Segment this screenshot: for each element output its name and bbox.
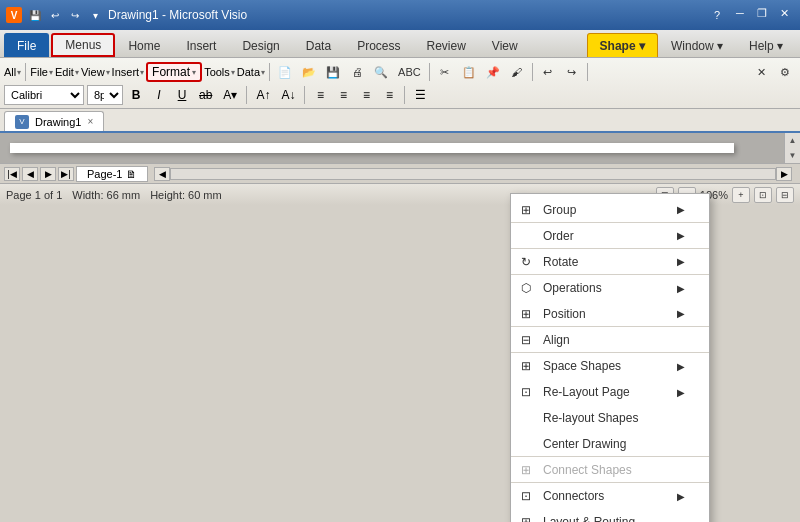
font-color-dropdown-btn[interactable]: A▾	[219, 85, 241, 105]
print-btn[interactable]: 🖨	[346, 61, 368, 83]
format-dropdown[interactable]: Format▾	[146, 62, 202, 82]
view-mode-btn[interactable]: ⊟	[776, 187, 794, 203]
zoom-in-btn[interactable]: +	[732, 187, 750, 203]
tab-window[interactable]: Window ▾	[658, 33, 736, 57]
all-dropdown[interactable]: All▾	[4, 66, 21, 78]
save-btn[interactable]: 💾	[322, 61, 344, 83]
menu-item-operations[interactable]: ⬡ Operations ▶	[511, 275, 709, 301]
window-controls: ? ─ ❐ ✕	[706, 4, 794, 26]
view-dropdown[interactable]: View▾	[81, 66, 110, 78]
page-tab-1[interactable]: Page-1 🗎	[76, 166, 148, 182]
italic-btn[interactable]: I	[149, 85, 169, 105]
tools-dropdown[interactable]: Tools▾	[204, 66, 235, 78]
scroll-h-track[interactable]	[170, 168, 776, 180]
tab-help[interactable]: Help ▾	[736, 33, 796, 57]
tab-home[interactable]: Home	[115, 33, 173, 57]
menu-item-rotate[interactable]: ↻ Rotate ▶	[511, 249, 709, 275]
tab-file[interactable]: File	[4, 33, 49, 57]
menu-item-group[interactable]: ⊞ Group ▶	[511, 197, 709, 223]
scroll-down-btn[interactable]: ▼	[786, 148, 800, 163]
edit-dropdown[interactable]: Edit▾	[55, 66, 79, 78]
relayout-page-icon: ⊡	[517, 383, 535, 401]
bold-btn[interactable]: B	[126, 85, 146, 105]
format-painter-btn[interactable]: 🖌	[506, 61, 528, 83]
spellcheck-btn[interactable]: ABC	[394, 61, 425, 83]
operations-arrow: ▶	[677, 283, 685, 294]
font-size-select[interactable]: 8pt	[87, 85, 123, 105]
menu-item-order[interactable]: Order ▶	[511, 223, 709, 249]
tab-shape[interactable]: Shape ▾	[587, 33, 658, 57]
bullets-btn[interactable]: ☰	[410, 85, 430, 105]
doc-tab-close-btn[interactable]: ×	[87, 116, 93, 127]
menu-item-align[interactable]: ⊟ Align	[511, 327, 709, 353]
scroll-up-btn[interactable]: ▲	[786, 133, 800, 148]
menu-item-position[interactable]: ⊞ Position ▶	[511, 301, 709, 327]
canvas-area[interactable]	[0, 133, 784, 163]
data-dropdown[interactable]: Data▾	[237, 66, 265, 78]
justify-btn[interactable]: ≡	[379, 85, 399, 105]
paste-btn[interactable]: 📌	[482, 61, 504, 83]
menu-item-connectors[interactable]: ⊡ Connectors ▶	[511, 483, 709, 509]
tab-process[interactable]: Process	[344, 33, 413, 57]
strikethrough-btn[interactable]: ab	[195, 85, 216, 105]
menu-item-layout-routing[interactable]: ⊞ Layout & Routing...	[511, 509, 709, 522]
order-icon	[517, 227, 535, 245]
align-icon: ⊟	[517, 331, 535, 349]
new-btn[interactable]: 📄	[274, 61, 296, 83]
menu-item-relayout-shapes[interactable]: Re-layout Shapes	[511, 405, 709, 431]
relayout-shapes-icon	[517, 409, 535, 427]
page-next-btn[interactable]: ▶	[40, 167, 56, 181]
decrease-font-btn[interactable]: A↓	[277, 85, 299, 105]
qa-save-btn[interactable]: 💾	[26, 6, 44, 24]
open-btn[interactable]: 📂	[298, 61, 320, 83]
restore-btn[interactable]: ❐	[752, 4, 772, 22]
tab-menus[interactable]: Menus	[51, 33, 115, 57]
page-last-btn[interactable]: ▶|	[58, 167, 74, 181]
tab-data[interactable]: Data	[293, 33, 344, 57]
doc-tab-drawing1[interactable]: V Drawing1 ×	[4, 111, 104, 131]
tab-insert[interactable]: Insert	[173, 33, 229, 57]
qa-undo-btn[interactable]: ↩	[46, 6, 64, 24]
align-right-btn[interactable]: ≡	[356, 85, 376, 105]
horizontal-scrollbar[interactable]: ◀ ▶	[154, 167, 792, 181]
close-doc-btn[interactable]: ✕	[750, 61, 772, 83]
extra1-btn[interactable]: ⚙	[774, 61, 796, 83]
sep5	[587, 63, 588, 81]
increase-font-btn[interactable]: A↑	[252, 85, 274, 105]
undo-btn[interactable]: ↩	[537, 61, 559, 83]
tab-review[interactable]: Review	[413, 33, 478, 57]
help-btn[interactable]: ?	[706, 4, 728, 26]
page-first-btn[interactable]: |◀	[4, 167, 20, 181]
menu-item-relayout-page[interactable]: ⊡ Re-Layout Page ▶	[511, 379, 709, 405]
cut-btn[interactable]: ✂	[434, 61, 456, 83]
qa-more-btn[interactable]: ▾	[86, 6, 104, 24]
drawing-canvas[interactable]	[10, 143, 734, 153]
scroll-right-btn[interactable]: ▶	[776, 167, 792, 181]
file-dropdown[interactable]: File▾	[30, 66, 53, 78]
font-family-select[interactable]: Calibri	[4, 85, 84, 105]
close-outer-btn[interactable]: ✕	[774, 4, 794, 22]
qa-redo-btn[interactable]: ↪	[66, 6, 84, 24]
tab-view[interactable]: View	[479, 33, 531, 57]
minimize-btn[interactable]: ─	[730, 4, 750, 22]
ribbon-tabs: File Menus Home Insert Design Data Proce…	[0, 30, 800, 58]
preview-btn[interactable]: 🔍	[370, 61, 392, 83]
menu-item-space-shapes[interactable]: ⊞ Space Shapes ▶	[511, 353, 709, 379]
insert-dropdown[interactable]: Insert▾	[112, 66, 145, 78]
scroll-left-btn[interactable]: ◀	[154, 167, 170, 181]
width-info: Width: 66 mm	[72, 189, 140, 201]
menu-item-center-drawing[interactable]: Center Drawing	[511, 431, 709, 457]
align-center-btn[interactable]: ≡	[333, 85, 353, 105]
align-left-btn[interactable]: ≡	[310, 85, 330, 105]
title-bar: V 💾 ↩ ↪ ▾ Drawing1 - Microsoft Visio ? ─…	[0, 0, 800, 30]
tab-design[interactable]: Design	[229, 33, 292, 57]
redo-btn[interactable]: ↪	[561, 61, 583, 83]
connectors-icon: ⊡	[517, 487, 535, 505]
copy-btn[interactable]: 📋	[458, 61, 480, 83]
page-prev-btn[interactable]: ◀	[22, 167, 38, 181]
font-area: Calibri 8pt B I U ab A▾ A↑ A↓ ≡ ≡ ≡ ≡ ☰	[4, 85, 430, 105]
underline-btn[interactable]: U	[172, 85, 192, 105]
fit-width-btn[interactable]: ⊡	[754, 187, 772, 203]
right-scrollbar[interactable]: ▲ ▼	[784, 133, 800, 163]
toolbar-area: All▾ File▾ Edit▾ View▾ Insert▾ Format▾ T…	[0, 58, 800, 109]
